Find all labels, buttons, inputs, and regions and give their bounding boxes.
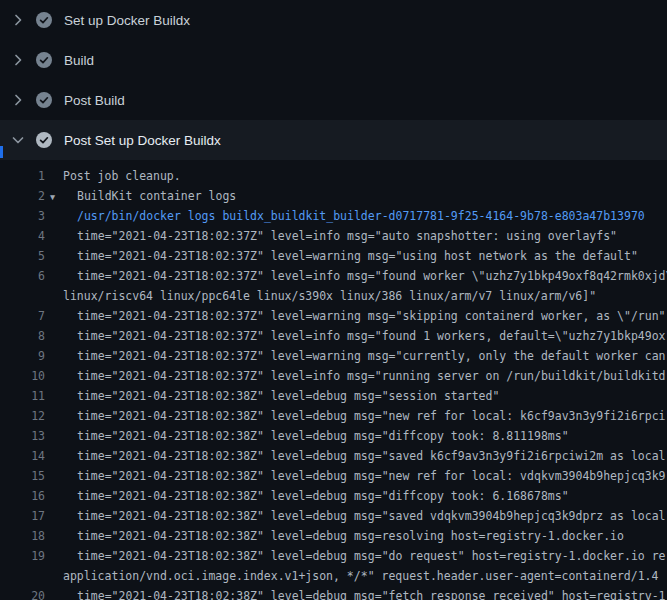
log-line-text: time="2021-04-23T18:02:37Z" level=warnin… (77, 306, 666, 326)
log-line-number[interactable]: 4 (0, 226, 45, 246)
log-row: 13 time="2021-04-23T18:02:38Z" level=deb… (0, 426, 667, 446)
log-line-number[interactable]: 6 (0, 266, 45, 286)
triangle-down-icon: ▼ (50, 187, 77, 206)
log-row: application/vnd.oci.image.index.v1+json,… (0, 566, 667, 586)
log-line-number[interactable]: 12 (0, 406, 45, 426)
log-line-number[interactable]: 1 (0, 166, 45, 186)
log-line-text: application/vnd.oci.image.index.v1+json,… (63, 566, 658, 586)
steps-list: Set up Docker Buildx Build (0, 0, 667, 160)
log-row: 7 time="2021-04-23T18:02:37Z" level=warn… (0, 306, 667, 326)
log-line-text: time="2021-04-23T18:02:37Z" level=info m… (77, 366, 667, 386)
log-line-number[interactable]: 15 (0, 466, 45, 486)
log-line-number[interactable]: 13 (0, 426, 45, 446)
log-line-text: time="2021-04-23T18:02:38Z" level=debug … (77, 426, 569, 446)
focus-indicator (0, 146, 3, 158)
log-row: 10 time="2021-04-23T18:02:37Z" level=inf… (0, 366, 667, 386)
log-line-text: time="2021-04-23T18:02:38Z" level=debug … (77, 446, 667, 466)
chevron-right-icon (8, 12, 28, 28)
step-row-build[interactable]: Build (0, 40, 667, 80)
log-line-number[interactable]: 11 (0, 386, 45, 406)
log-line-number[interactable]: 19 (0, 546, 45, 566)
check-circle-icon (36, 52, 52, 68)
log-line-text: time="2021-04-23T18:02:37Z" level=warnin… (77, 346, 667, 366)
log-line-text: time="2021-04-23T18:02:38Z" level=debug … (77, 586, 666, 600)
check-circle-icon (36, 12, 52, 28)
step-row-post-build[interactable]: Post Build (0, 80, 667, 120)
log-row: 5 time="2021-04-23T18:02:37Z" level=warn… (0, 246, 667, 266)
step-row-set-up-docker-buildx[interactable]: Set up Docker Buildx (0, 0, 667, 40)
chevron-right-icon (8, 52, 28, 68)
log-line-text: time="2021-04-23T18:02:38Z" level=debug … (77, 386, 499, 406)
log-line-number[interactable]: 3 (0, 206, 45, 226)
log-line-number[interactable]: 14 (0, 446, 45, 466)
log-row: 12 time="2021-04-23T18:02:38Z" level=deb… (0, 406, 667, 426)
chevron-right-icon (8, 92, 28, 108)
chevron-down-icon (8, 132, 28, 148)
log-line-number (0, 286, 45, 306)
log-line-text: time="2021-04-23T18:02:38Z" level=debug … (77, 486, 569, 506)
log-line-text: time="2021-04-23T18:02:37Z" level=warnin… (77, 246, 638, 266)
job-log-viewer: Set up Docker Buildx Build (0, 0, 667, 600)
step-label: Post Set up Docker Buildx (64, 133, 221, 148)
check-circle-icon (36, 132, 52, 148)
log-line-text: /usr/bin/docker logs buildx_buildkit_bui… (77, 206, 645, 226)
log-row: 11 time="2021-04-23T18:02:38Z" level=deb… (0, 386, 667, 406)
log-line-number[interactable]: 10 (0, 366, 45, 386)
log-row: 14 time="2021-04-23T18:02:38Z" level=deb… (0, 446, 667, 466)
log-line-text: time="2021-04-23T18:02:38Z" level=debug … (77, 526, 624, 546)
log-lines: 1 Post job cleanup. 2 ▼BuildKit containe… (0, 160, 667, 600)
step-row-post-set-up-docker-buildx[interactable]: Post Set up Docker Buildx (0, 120, 667, 160)
log-row: 17 time="2021-04-23T18:02:38Z" level=deb… (0, 506, 667, 526)
log-row: 2 ▼BuildKit container logs (0, 186, 667, 206)
log-row: 19 time="2021-04-23T18:02:38Z" level=deb… (0, 546, 667, 566)
step-label: Post Build (64, 93, 125, 108)
log-row: 1 Post job cleanup. (0, 166, 667, 186)
log-line-text: time="2021-04-23T18:02:38Z" level=debug … (77, 506, 667, 526)
log-row: 15 time="2021-04-23T18:02:38Z" level=deb… (0, 466, 667, 486)
log-row: 16 time="2021-04-23T18:02:38Z" level=deb… (0, 486, 667, 506)
step-label: Build (64, 53, 94, 68)
log-line-number[interactable]: 17 (0, 506, 45, 526)
log-line-number (0, 566, 45, 586)
check-circle-icon (36, 92, 52, 108)
log-line-text: time="2021-04-23T18:02:37Z" level=info m… (77, 266, 667, 286)
log-line-number[interactable]: 5 (0, 246, 45, 266)
log-line-number[interactable]: 9 (0, 346, 45, 366)
log-row: linux/riscv64 linux/ppc64le linux/s390x … (0, 286, 667, 306)
log-line-number[interactable]: 18 (0, 526, 45, 546)
log-line-number[interactable]: 16 (0, 486, 45, 506)
log-row: 6 time="2021-04-23T18:02:37Z" level=info… (0, 266, 667, 286)
log-row: 9 time="2021-04-23T18:02:37Z" level=warn… (0, 346, 667, 366)
step-label: Set up Docker Buildx (64, 13, 190, 28)
log-line-number[interactable]: 2 (0, 186, 45, 206)
log-group-toggle[interactable]: ▼BuildKit container logs (77, 186, 236, 206)
log-line-text: time="2021-04-23T18:02:37Z" level=info m… (77, 326, 667, 346)
log-line-number[interactable]: 20 (0, 586, 45, 600)
log-line-number[interactable]: 8 (0, 326, 45, 346)
log-line-number[interactable]: 7 (0, 306, 45, 326)
log-row: 3 /usr/bin/docker logs buildx_buildkit_b… (0, 206, 667, 226)
log-line-text: time="2021-04-23T18:02:38Z" level=debug … (77, 546, 666, 566)
log-row: 18 time="2021-04-23T18:02:38Z" level=deb… (0, 526, 667, 546)
log-row: 8 time="2021-04-23T18:02:37Z" level=info… (0, 326, 667, 346)
log-row: 20 time="2021-04-23T18:02:38Z" level=deb… (0, 586, 667, 600)
log-line-text: Post job cleanup. (63, 166, 181, 186)
log-line-text: time="2021-04-23T18:02:38Z" level=debug … (77, 406, 667, 426)
log-line-text: linux/riscv64 linux/ppc64le linux/s390x … (63, 286, 596, 306)
log-line-text: time="2021-04-23T18:02:38Z" level=debug … (77, 466, 667, 486)
log-row: 4 time="2021-04-23T18:02:37Z" level=info… (0, 226, 667, 246)
log-line-text: time="2021-04-23T18:02:37Z" level=info m… (77, 226, 617, 246)
